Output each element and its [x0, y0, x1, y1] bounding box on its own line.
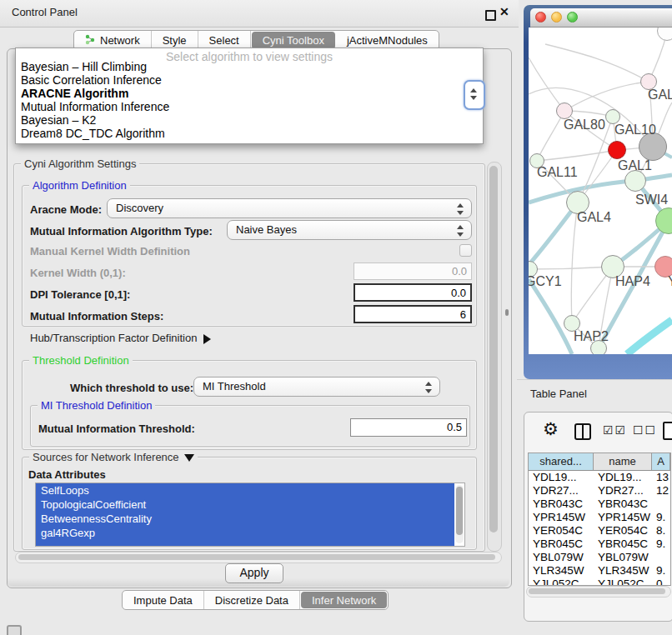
table-row[interactable]: YBR045CYBR045C9. [529, 538, 670, 551]
list-item[interactable]: TopologicalCoefficient [36, 498, 454, 512]
aracne-mode-combo[interactable]: Discovery [107, 198, 472, 218]
table-row[interactable]: YLR345WYLR345W9. [529, 564, 670, 578]
apply-button[interactable]: Apply [225, 563, 283, 583]
dropdown-option[interactable]: Mutual Information Inference [16, 100, 483, 113]
table-row[interactable]: YJL052CYJL052C0. [529, 578, 670, 586]
columns-icon[interactable] [574, 423, 591, 440]
dropdown-option[interactable]: Bayesian – K2 [16, 113, 483, 127]
app-root: Control Panel ✕ Network Style Select Cyn… [0, 0, 672, 635]
network-node-red[interactable] [608, 141, 626, 159]
cell[interactable]: YLR345W [594, 564, 652, 578]
attributes-scrollbar[interactable] [455, 485, 464, 543]
cell[interactable] [652, 498, 670, 511]
cell[interactable]: YDR27... [594, 484, 652, 498]
mi-threshold-label: Mutual Information Threshold: [38, 422, 195, 435]
dropdown-option[interactable]: Dream8 DC_TDC Algorithm [16, 127, 483, 140]
cell[interactable]: YDL19... [594, 471, 652, 484]
select-all-checks-icon[interactable]: ☑☑ [603, 423, 627, 437]
zoom-traffic-light[interactable] [567, 12, 578, 22]
column-header-clipped[interactable]: A [652, 453, 670, 470]
table-panel-title: Table Panel [530, 388, 587, 400]
node-label: GAL4 [577, 210, 611, 225]
kernel-width-field[interactable]: 0.0 [354, 262, 472, 280]
column-header-shared-name[interactable]: shared... [529, 453, 594, 470]
list-item[interactable]: BetweennessCentrality [36, 512, 454, 526]
table-row[interactable]: YDL19...YDL19...13 [529, 471, 670, 484]
cell[interactable]: 9. [652, 511, 670, 524]
mi-steps-field[interactable]: 6 [354, 305, 472, 323]
cell[interactable]: YJL052C [594, 578, 652, 586]
algorithm-dropdown[interactable]: Select algorithm to view settings Bayesi… [15, 48, 484, 144]
close-traffic-light[interactable] [535, 12, 546, 22]
gear-icon[interactable]: ⚙ [543, 421, 559, 438]
mi-type-combo[interactable]: Naive Bayes [227, 220, 472, 240]
network-node-gal80[interactable] [556, 102, 573, 119]
node-label: GAL10 [614, 122, 656, 138]
new-table-icon[interactable] [663, 422, 672, 440]
list-item-clipped[interactable] [36, 540, 454, 547]
cell[interactable]: YDR27... [529, 484, 594, 498]
tab-infer-network[interactable]: Infer Network [301, 592, 387, 608]
cell[interactable]: YBR043C [529, 498, 594, 511]
kernel-width-label: Kernel Width (0,1): [30, 267, 126, 279]
dpi-tolerance-field[interactable]: 0.0 [354, 283, 472, 302]
table-header-row: shared... name A [529, 453, 670, 471]
cell[interactable]: 8. [652, 524, 670, 538]
settings-horizontal-scrollbar-thumb[interactable] [18, 554, 495, 560]
minimize-traffic-light[interactable] [551, 12, 562, 22]
tab-select-label: Select [209, 34, 239, 47]
table-row[interactable]: YDR27...YDR27...12 [529, 484, 670, 498]
table-horizontal-scrollbar[interactable] [526, 586, 671, 598]
minimized-panel-icon[interactable] [7, 625, 22, 635]
node-label: HAP2 [574, 329, 609, 344]
close-icon[interactable]: ✕ [499, 5, 509, 18]
attributes-scrollbar-thumb[interactable] [456, 487, 463, 535]
column-header-name[interactable]: name [594, 453, 652, 470]
dropdown-option[interactable]: Basic Correlation Inference [16, 73, 483, 87]
table-row[interactable]: YPR145WYPR145W9. [529, 511, 670, 524]
sources-group-title[interactable]: Sources for Network Inference [29, 451, 198, 463]
manual-kernel-checkbox[interactable] [459, 244, 472, 257]
cell[interactable]: 0. [652, 578, 670, 586]
cell[interactable]: YER054C [594, 524, 652, 538]
hub-section-toggle[interactable]: Hub/Transcription Factor Definition [30, 332, 211, 344]
float-window-icon[interactable] [485, 10, 496, 21]
mi-threshold-field[interactable]: 0.5 [350, 418, 467, 437]
settings-vertical-scrollbar-thumb[interactable] [489, 166, 498, 532]
spinner-arrows-icon [425, 382, 432, 393]
tab-cyni-toolbox[interactable]: Cyni Toolbox [252, 32, 335, 49]
list-item[interactable]: gal4RGexp [36, 526, 454, 540]
cell[interactable]: YDL19... [529, 471, 594, 484]
cell[interactable]: YJL052C [529, 578, 594, 586]
settings-vertical-scrollbar[interactable] [487, 162, 502, 552]
cell[interactable]: 9. [652, 538, 670, 551]
cell[interactable]: YPR145W [594, 511, 652, 524]
cell[interactable]: YBR045C [594, 538, 652, 551]
tab-discretize-data[interactable]: Discretize Data [204, 591, 300, 609]
list-item[interactable]: SelfLoops [36, 483, 454, 498]
dropdown-option[interactable]: ARACNE Algorithm [16, 87, 483, 100]
cell[interactable]: 9. [652, 564, 670, 578]
table-row[interactable]: YBL079WYBL079W [529, 551, 670, 564]
cell[interactable]: YER054C [529, 524, 594, 538]
cell[interactable]: YBL079W [529, 551, 594, 564]
network-canvas[interactable]: GAL GAL80 GAL10 GAL1 GAL11 SWI4 GAL4 GCY… [529, 28, 672, 354]
cell[interactable] [652, 551, 670, 564]
table-row[interactable]: YER054CYER054C8. [529, 524, 670, 538]
cell[interactable]: YBL079W [594, 551, 652, 564]
cell[interactable]: YPR145W [529, 511, 594, 524]
cell[interactable]: 13 [652, 471, 670, 484]
cell[interactable]: YLR345W [529, 564, 594, 578]
cell[interactable]: 12 [652, 484, 670, 498]
which-threshold-combo[interactable]: MI Threshold [193, 377, 440, 397]
deselect-all-checks-icon[interactable]: ☐☐ [633, 423, 657, 437]
cell[interactable]: YBR045C [529, 538, 594, 551]
settings-horizontal-scrollbar[interactable] [15, 552, 502, 563]
split-pane-handle[interactable] [505, 309, 509, 316]
data-attributes-list[interactable]: SelfLoops TopologicalCoefficient Between… [35, 482, 465, 547]
tab-impute-data[interactable]: Impute Data [123, 591, 204, 609]
cell[interactable]: YBR043C [594, 498, 652, 511]
table-row[interactable]: YBR043CYBR043C [529, 498, 670, 511]
dropdown-option[interactable]: Bayesian – Hill Climbing [16, 60, 483, 73]
table-horizontal-scrollbar-thumb[interactable] [529, 588, 665, 594]
